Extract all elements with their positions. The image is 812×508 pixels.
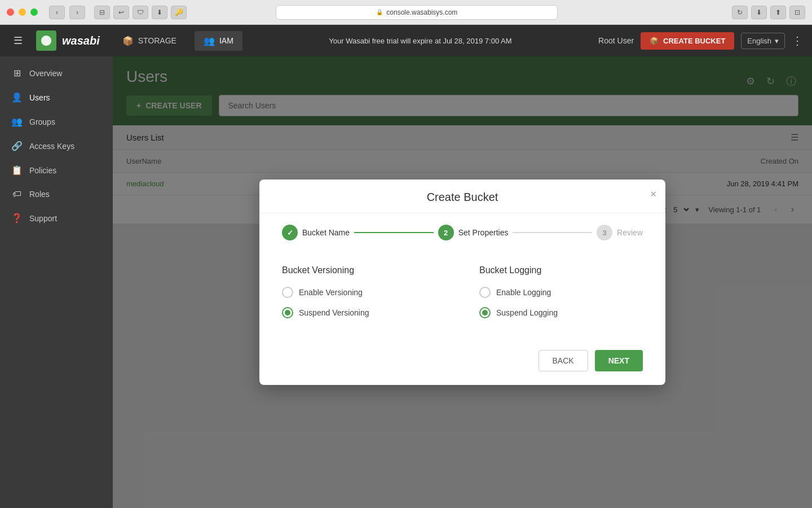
forward-nav-button[interactable]: › <box>69 6 85 19</box>
versioning-heading: Bucket Versioning <box>282 265 445 275</box>
step-bucket-name: ✓ Bucket Name <box>282 225 350 240</box>
fullscreen-button[interactable]: ⊡ <box>789 6 805 19</box>
storage-tab[interactable]: 📦 STORAGE <box>113 31 186 51</box>
iam-icon: 👥 <box>204 36 215 46</box>
bookmark-button[interactable]: ⊟ <box>94 6 110 19</box>
more-options-button[interactable]: ⋮ <box>792 34 803 47</box>
sidebar-item-roles[interactable]: 🏷 Roles <box>0 182 113 206</box>
versioning-section: Bucket Versioning Enable Versioning Susp… <box>282 265 445 327</box>
iam-label: IAM <box>219 36 233 45</box>
main-area: ⊞ Overview 👤 Users 👥 Groups 🔗 Access Key… <box>0 56 812 508</box>
access-keys-icon: 🔗 <box>11 141 23 151</box>
suspend-versioning-label: Suspend Versioning <box>299 308 369 317</box>
key-button[interactable]: 🔑 <box>171 6 187 19</box>
enable-versioning-radio[interactable] <box>282 287 293 298</box>
storage-icon: 📦 <box>122 36 134 46</box>
sidebar-item-label: Support <box>29 214 57 223</box>
create-bucket-label: CREATE BUCKET <box>663 37 725 45</box>
enable-logging-label: Enable Logging <box>496 288 551 297</box>
create-bucket-button[interactable]: 📦 CREATE BUCKET <box>641 32 734 50</box>
storage-label: STORAGE <box>138 36 176 45</box>
modal-body: Bucket Versioning Enable Versioning Susp… <box>259 252 665 341</box>
step-1-circle: ✓ <box>282 225 298 240</box>
sidebar-item-label: Access Keys <box>29 142 74 151</box>
modal-footer: BACK NEXT <box>259 341 665 385</box>
download-bar-button[interactable]: ⬇ <box>152 6 167 19</box>
sidebar-item-label: Groups <box>29 117 55 126</box>
step-set-properties: 2 Set Properties <box>438 225 509 240</box>
modal-overlay: Create Bucket × ✓ Bucket Name 2 Set Prop… <box>113 56 812 508</box>
groups-icon: 👥 <box>11 116 23 127</box>
sidebar-item-groups[interactable]: 👥 Groups <box>0 110 113 134</box>
logo-text: wasabi <box>62 34 100 47</box>
sidebar-item-policies[interactable]: 📋 Policies <box>0 158 113 182</box>
policies-icon: 📋 <box>11 165 23 176</box>
download-button[interactable]: ⬇ <box>751 6 767 19</box>
window-right-buttons: ↻ ⬇ ⬆ ⊡ <box>732 6 805 19</box>
step-3-circle: 3 <box>597 225 612 240</box>
sidebar-item-label: Roles <box>29 190 50 199</box>
url-text: console.wasabisys.com <box>386 8 457 16</box>
stepper: ✓ Bucket Name 2 Set Properties 3 Review <box>259 213 665 252</box>
modal-sections: Bucket Versioning Enable Versioning Susp… <box>282 265 643 327</box>
sidebar-item-access-keys[interactable]: 🔗 Access Keys <box>0 134 113 158</box>
modal-close-button[interactable]: × <box>650 189 656 200</box>
sidebar-item-label: Users <box>29 93 50 102</box>
sidebar-item-label: Overview <box>29 69 62 78</box>
upload-button[interactable]: ⬆ <box>770 6 786 19</box>
lock-icon: 🔒 <box>376 9 383 15</box>
step-review: 3 Review <box>597 225 643 240</box>
language-selector[interactable]: English ▾ <box>741 33 785 49</box>
enable-versioning-option[interactable]: Enable Versioning <box>282 287 445 298</box>
logo-area: wasabi <box>36 30 100 51</box>
close-window-button[interactable] <box>7 8 14 16</box>
hamburger-button[interactable]: ☰ <box>9 32 27 49</box>
step-3-label: Review <box>617 228 643 237</box>
roles-icon: 🏷 <box>11 189 23 199</box>
reload-button[interactable]: ↻ <box>732 6 748 19</box>
sidebar-item-support[interactable]: ❓ Support <box>0 206 113 230</box>
suspend-logging-option[interactable]: Suspend Logging <box>479 307 643 318</box>
address-bar[interactable]: 🔒 console.wasabisys.com <box>276 5 558 20</box>
support-icon: ❓ <box>11 213 23 224</box>
back-button[interactable]: BACK <box>539 350 588 371</box>
back-nav-button[interactable]: ‹ <box>49 6 65 19</box>
topnav-right: Root User 📦 CREATE BUCKET English ▾ ⋮ <box>598 32 803 50</box>
sidebar-item-label: Policies <box>29 166 56 175</box>
enable-logging-radio[interactable] <box>479 287 491 298</box>
language-text: English <box>747 37 771 45</box>
topnav: ☰ wasabi 📦 STORAGE 👥 IAM Your Wasabi fre… <box>0 25 812 56</box>
shield-button[interactable]: 🛡 <box>133 6 148 19</box>
users-icon: 👤 <box>11 92 23 103</box>
step-2-label: Set Properties <box>458 228 509 237</box>
bucket-icon: 📦 <box>650 37 659 45</box>
modal-title: Create Bucket <box>273 191 652 204</box>
maximize-window-button[interactable] <box>30 8 38 16</box>
create-bucket-modal: Create Bucket × ✓ Bucket Name 2 Set Prop… <box>259 179 665 385</box>
sidebar: ⊞ Overview 👤 Users 👥 Groups 🔗 Access Key… <box>0 56 113 508</box>
suspend-versioning-option[interactable]: Suspend Versioning <box>282 307 445 318</box>
logging-heading: Bucket Logging <box>479 265 643 275</box>
overview-icon: ⊞ <box>11 68 23 78</box>
suspend-logging-label: Suspend Logging <box>496 308 558 317</box>
wasabi-logo-icon <box>36 30 56 51</box>
sidebar-item-users[interactable]: 👤 Users <box>0 85 113 110</box>
modal-header: Create Bucket × <box>259 179 665 213</box>
suspend-logging-radio[interactable] <box>479 307 491 318</box>
content-area: Users ⚙ ↻ ⓘ + CREATE USER <box>113 56 812 508</box>
window-nav-buttons: ‹ › <box>49 6 85 19</box>
minimize-window-button[interactable] <box>19 8 26 16</box>
root-user-label: Root User <box>598 36 634 45</box>
step-2-circle: 2 <box>438 225 454 240</box>
iam-tab[interactable]: 👥 IAM <box>195 31 242 51</box>
sidebar-item-overview[interactable]: ⊞ Overview <box>0 61 113 85</box>
step-connector-1 <box>354 232 434 233</box>
toolbar-group: ⊟ ↩ 🛡 ⬇ 🔑 <box>94 6 187 19</box>
enable-logging-option[interactable]: Enable Logging <box>479 287 643 298</box>
suspend-versioning-radio[interactable] <box>282 307 293 318</box>
step-1-label: Bucket Name <box>302 228 350 237</box>
chevron-down-icon: ▾ <box>775 37 779 45</box>
trial-alert: Your Wasabi free trial will expire at Ju… <box>251 37 589 45</box>
next-button[interactable]: NEXT <box>595 350 643 371</box>
share-button[interactable]: ↩ <box>113 6 129 19</box>
